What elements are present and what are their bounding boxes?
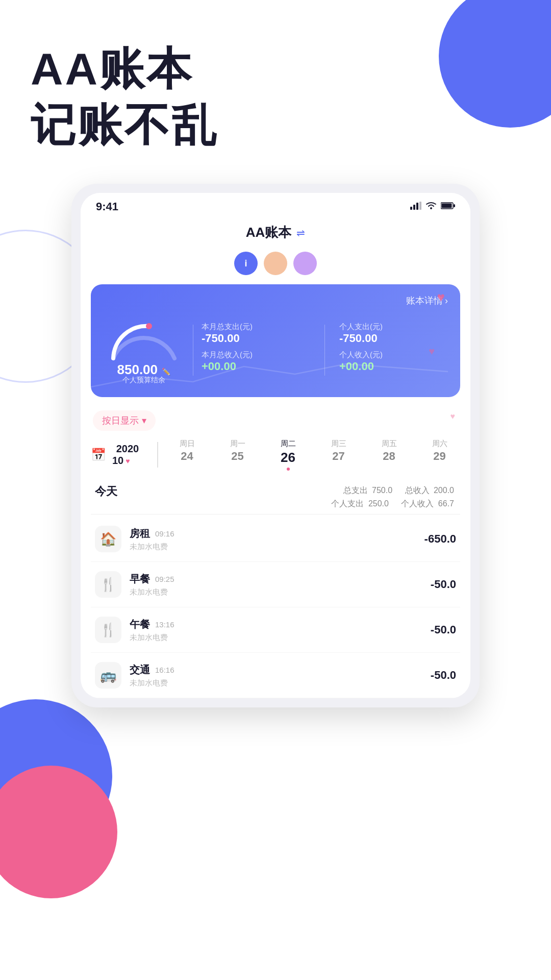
transaction-header: 今天 总支出 750.0 总收入 200.0 个人支出 250.0 个人收入 bbox=[91, 477, 460, 514]
cal-month: 10 ♥ bbox=[112, 455, 143, 467]
hero-title-line2: 记账不乱 bbox=[31, 97, 520, 153]
wifi-icon bbox=[425, 202, 437, 212]
transaction-item-1[interactable]: 🍴 早餐 09:25 未加水电费 -50.0 bbox=[91, 562, 460, 607]
tx-icon-2: 🍴 bbox=[95, 617, 121, 643]
cal-year-month: 2020 10 ♥ bbox=[112, 443, 143, 467]
tx-info-3: 交通 16:16 未加水电费 bbox=[130, 663, 422, 688]
avatar-blue: i bbox=[234, 252, 258, 275]
app-header-title: AA账本 bbox=[246, 224, 292, 241]
cal-day-28[interactable]: 周五 28 bbox=[382, 439, 397, 471]
transaction-item-3[interactable]: 🚌 交通 16:16 未加水电费 -50.0 bbox=[91, 653, 460, 698]
cal-month-heart: ♥ bbox=[126, 457, 130, 465]
personal-expense-value: -750.00 bbox=[339, 332, 448, 345]
svg-rect-2 bbox=[416, 203, 418, 210]
hero-title: AA账本 记账不乱 bbox=[31, 41, 520, 153]
cal-day-27[interactable]: 周三 27 bbox=[331, 439, 346, 471]
svg-rect-6 bbox=[442, 204, 452, 208]
transaction-item-0[interactable]: 🏠 房租 09:16 未加水电费 -650.0 bbox=[91, 517, 460, 562]
tx-info-1: 早餐 09:25 未加水电费 bbox=[130, 572, 422, 597]
phone-frame: 9:41 AA账本 ⇌ bbox=[71, 184, 480, 707]
status-bar: 9:41 bbox=[81, 193, 470, 217]
monthly-expense-value: -750.00 bbox=[202, 332, 310, 345]
phone-container: 9:41 AA账本 ⇌ bbox=[71, 184, 480, 707]
calendar-icon: 📅 bbox=[91, 448, 106, 462]
tx-summary: 总支出 750.0 总收入 200.0 个人支出 250.0 个人收入 66.7 bbox=[331, 484, 456, 510]
swap-icon[interactable]: ⇌ bbox=[296, 227, 305, 239]
personal-expense-row: 个人支出(元) -750.00 bbox=[339, 322, 448, 345]
filter-button[interactable]: 按日显示 ▾ bbox=[93, 410, 156, 431]
cal-year: 2020 bbox=[112, 443, 143, 455]
monthly-income-value: +00.00 bbox=[202, 360, 310, 373]
hero-section: AA账本 记账不乱 bbox=[0, 0, 551, 174]
filter-label: 按日显示 bbox=[102, 414, 139, 427]
transaction-section: 今天 总支出 750.0 总收入 200.0 个人支出 250.0 个人收入 bbox=[81, 477, 470, 698]
heart-deco-2: ♥ bbox=[429, 346, 435, 357]
hero-title-line1: AA账本 bbox=[31, 41, 520, 97]
svg-rect-7 bbox=[454, 204, 455, 207]
status-time: 9:41 bbox=[96, 200, 118, 213]
cal-day-26[interactable]: 周二 26 bbox=[281, 439, 296, 471]
monthly-expense-row: 本月总支出(元) -750.00 bbox=[202, 322, 310, 345]
svg-point-4 bbox=[430, 207, 432, 209]
personal-expense-label: 个人支出(元) bbox=[339, 322, 448, 332]
app-header: AA账本 ⇌ bbox=[81, 217, 470, 248]
filter-bar: 按日显示 ▾ bbox=[81, 402, 470, 435]
cal-days: 周日 24 周一 25 周二 26 周三 27 周五 28 周六 29 bbox=[166, 439, 460, 471]
tx-icon-1: 🍴 bbox=[95, 571, 121, 598]
transaction-item-2[interactable]: 🍴 午餐 13:16 未加水电费 -50.0 bbox=[91, 607, 460, 653]
monthly-income-label: 本月总收入(元) bbox=[202, 350, 310, 360]
calendar-bar: 📅 2020 10 ♥ 周日 24 周一 25 周二 26 周三 27 bbox=[81, 435, 470, 477]
tx-info-0: 房租 09:16 未加水电费 bbox=[130, 527, 416, 552]
budget-amount: 850.00 bbox=[117, 362, 158, 377]
battery-icon bbox=[441, 202, 455, 211]
personal-income-value: +00.00 bbox=[339, 360, 448, 373]
tx-amount-1: -50.0 bbox=[431, 578, 456, 591]
tx-amount-3: -50.0 bbox=[431, 669, 456, 682]
heart-deco-3: ♥ bbox=[450, 412, 456, 421]
filter-chevron: ▾ bbox=[142, 415, 146, 426]
stats-divider-2 bbox=[324, 325, 325, 376]
stats-card-body: 850.00 ✏️ 个人预算结余 本月总支出(元) -750.00 bbox=[103, 315, 448, 385]
svg-rect-3 bbox=[419, 202, 421, 210]
tx-icon-0: 🏠 bbox=[95, 526, 121, 552]
avatar-row: i bbox=[81, 248, 470, 279]
status-icons bbox=[410, 202, 455, 212]
monthly-income-row: 本月总收入(元) +00.00 bbox=[202, 350, 310, 373]
stats-card: 账本详情 › bbox=[91, 284, 460, 397]
monthly-expense-label: 本月总支出(元) bbox=[202, 322, 310, 332]
stats-divider-1 bbox=[193, 325, 193, 376]
tx-today-label: 今天 bbox=[95, 484, 117, 499]
svg-rect-1 bbox=[413, 205, 415, 210]
transaction-list: 🏠 房租 09:16 未加水电费 -650.0 🍴 早餐 09:25 未加水电费… bbox=[91, 517, 460, 698]
monthly-stats-col: 本月总支出(元) -750.00 本月总收入(元) +00.00 bbox=[202, 322, 310, 378]
cal-day-24[interactable]: 周日 24 bbox=[180, 439, 195, 471]
cal-day-25[interactable]: 周一 25 bbox=[230, 439, 245, 471]
stats-card-header: 账本详情 › bbox=[103, 295, 448, 307]
heart-deco-1: ♥ bbox=[437, 289, 445, 305]
avatar-peach bbox=[264, 252, 287, 275]
svg-point-8 bbox=[146, 323, 152, 329]
phone-screen: 9:41 AA账本 ⇌ bbox=[81, 193, 470, 698]
budget-label: 个人预算结余 bbox=[103, 376, 185, 385]
cal-day-29[interactable]: 周六 29 bbox=[432, 439, 447, 471]
edit-icon: ✏️ bbox=[162, 368, 170, 376]
signal-icon bbox=[410, 202, 421, 212]
tx-amount-0: -650.0 bbox=[424, 532, 456, 546]
cal-divider bbox=[157, 442, 158, 468]
tx-icon-3: 🚌 bbox=[95, 662, 121, 689]
tx-amount-2: -50.0 bbox=[431, 623, 456, 636]
budget-gauge: 850.00 ✏️ 个人预算结余 bbox=[103, 315, 185, 385]
svg-rect-0 bbox=[410, 207, 412, 210]
tx-info-2: 午餐 13:16 未加水电费 bbox=[130, 618, 422, 643]
avatar-purple bbox=[293, 252, 317, 275]
